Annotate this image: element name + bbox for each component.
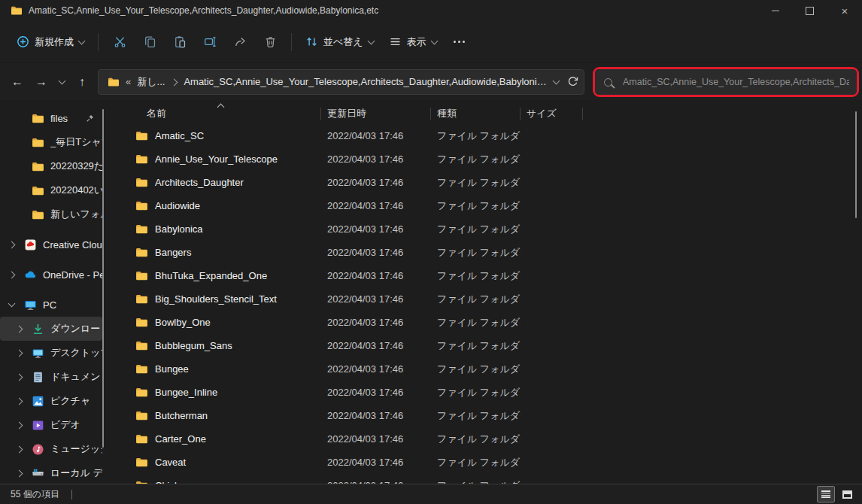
- file-date: 2022/04/03 17:46: [321, 270, 431, 281]
- sidebar-item-label: ミュージック: [50, 442, 102, 456]
- sidebar-item-expander[interactable]: [17, 471, 32, 476]
- table-row[interactable]: Butcherman 2022/04/03 17:46 ファイル フォルダー: [120, 404, 862, 427]
- view-button[interactable]: 表示: [381, 29, 445, 56]
- table-row[interactable]: Bubblegum_Sans 2022/04/03 17:46 ファイル フォル…: [120, 334, 862, 357]
- sidebar-item-expander[interactable]: [17, 116, 32, 121]
- table-row[interactable]: Bungee_Inline 2022/04/03 17:46 ファイル フォルダ…: [120, 381, 862, 404]
- sidebar-item[interactable]: ローカル ディスク (: [0, 461, 102, 484]
- sidebar-item[interactable]: 20220329たいやき: [0, 154, 102, 178]
- search-input[interactable]: [621, 76, 851, 88]
- chevron-icon: [16, 373, 23, 381]
- details-view-icon: [821, 490, 830, 498]
- table-row[interactable]: Bangers 2022/04/03 17:46 ファイル フォルダー: [120, 241, 862, 264]
- sidebar-item-expander[interactable]: [17, 375, 32, 380]
- minimize-button[interactable]: [758, 0, 793, 21]
- file-date: 2022/04/03 17:46: [321, 363, 431, 375]
- file-name: Bungee_Inline: [155, 387, 217, 398]
- sidebar-item-expander[interactable]: [17, 212, 32, 217]
- sidebar-item-expander[interactable]: [17, 447, 32, 452]
- breadcrumb-overflow-icon[interactable]: «: [126, 76, 131, 87]
- details-view-button[interactable]: [817, 486, 835, 502]
- file-name: Babylonica: [155, 223, 203, 235]
- sidebar-item[interactable]: _毎日Tシャツ: [0, 130, 102, 154]
- sidebar-item[interactable]: 新しいフォルダー (: [0, 202, 102, 226]
- recent-locations-button[interactable]: [54, 71, 69, 93]
- sidebar-item-expander[interactable]: [17, 351, 32, 356]
- sidebar-scrollbar[interactable]: [102, 109, 104, 448]
- column-header-date[interactable]: 更新日時: [321, 103, 431, 124]
- file-name-cell: Caveat: [120, 456, 321, 469]
- chevron-icon: [8, 241, 16, 248]
- file-date: 2022/04/03 17:46: [321, 387, 431, 398]
- sidebar-item-expander[interactable]: [17, 188, 32, 193]
- chevron-icon: [16, 445, 23, 453]
- chevron-icon: [16, 325, 23, 332]
- delete-button[interactable]: [255, 29, 285, 56]
- sidebar-item[interactable]: ミュージック: [0, 437, 102, 461]
- table-row[interactable]: Chicle 2022/04/03 17:46 ファイル フォルダー: [120, 474, 862, 484]
- sidebar-item[interactable]: ダウンロード: [0, 317, 102, 341]
- table-row[interactable]: Bowlby_One 2022/04/03 17:46 ファイル フォルダー: [120, 311, 862, 334]
- table-row[interactable]: Babylonica 2022/04/03 17:46 ファイル フォルダー: [120, 217, 862, 241]
- sidebar-item-expander[interactable]: [17, 140, 32, 145]
- breadcrumb-path[interactable]: Amatic_SC,Annie_Use_Your_Telescope,Archi…: [184, 76, 548, 87]
- cut-button[interactable]: [105, 29, 135, 56]
- column-header-type[interactable]: 種類: [431, 103, 521, 124]
- folder-icon: [135, 223, 148, 235]
- more-options-button[interactable]: [445, 29, 475, 56]
- up-button[interactable]: ↑: [71, 71, 93, 93]
- column-header-size[interactable]: サイズ: [521, 103, 583, 124]
- sidebar-item[interactable]: files: [0, 106, 102, 130]
- address-bar[interactable]: « 新し... Amatic_SC,Annie_Use_Your_Telesco…: [98, 69, 584, 95]
- share-button[interactable]: [225, 29, 255, 56]
- table-row[interactable]: Big_Shoulders_Stencil_Text 2022/04/03 17…: [120, 287, 862, 311]
- back-button[interactable]: ←: [6, 71, 29, 93]
- sidebar-item-expander[interactable]: [17, 164, 32, 169]
- sidebar-item[interactable]: Creative Cloud Fi: [0, 232, 102, 257]
- file-name-cell: Amatic_SC: [120, 129, 321, 142]
- refresh-icon[interactable]: [566, 75, 579, 88]
- search-box[interactable]: [595, 69, 857, 95]
- sidebar-item-expander[interactable]: [17, 423, 32, 428]
- sidebar-item[interactable]: デスクトップ: [0, 341, 102, 365]
- list-scrollbar[interactable]: [855, 111, 857, 218]
- table-row[interactable]: Caveat 2022/04/03 17:46 ファイル フォルダー: [120, 451, 862, 474]
- sidebar-item-expander[interactable]: [9, 242, 24, 247]
- sidebar-item[interactable]: ドキュメント: [0, 365, 102, 389]
- table-row[interactable]: Carter_One 2022/04/03 17:46 ファイル フォルダー: [120, 427, 862, 451]
- sort-button[interactable]: 並べ替え: [298, 29, 381, 56]
- breadcrumb-root[interactable]: 新し...: [137, 75, 165, 89]
- forward-button[interactable]: →: [30, 71, 53, 93]
- sidebar-item[interactable]: PC: [0, 293, 102, 317]
- table-row[interactable]: Amatic_SC 2022/04/03 17:46 ファイル フォルダー: [120, 124, 862, 147]
- address-dropdown-chevron-icon[interactable]: [553, 77, 560, 84]
- sidebar-item-icon: [32, 184, 44, 197]
- sidebar-item[interactable]: ビデオ: [0, 413, 102, 437]
- folder-icon: [135, 199, 148, 212]
- thumbnails-view-button[interactable]: [838, 486, 856, 502]
- sidebar-item-expander[interactable]: [9, 272, 24, 278]
- table-row[interactable]: BhuTuka_Expanded_One 2022/04/03 17:46 ファ…: [120, 264, 862, 287]
- close-button[interactable]: ×: [827, 0, 862, 21]
- rename-button[interactable]: [195, 29, 225, 56]
- table-row[interactable]: Architects_Daughter 2022/04/03 17:46 ファイ…: [120, 171, 862, 194]
- new-button[interactable]: 新規作成: [9, 29, 92, 56]
- table-row[interactable]: Bungee 2022/04/03 17:46 ファイル フォルダー: [120, 357, 862, 381]
- paste-button[interactable]: [165, 29, 195, 56]
- chevron-right-icon: [171, 76, 177, 87]
- file-name-cell: Bungee_Inline: [120, 386, 321, 399]
- file-name-cell: Butcherman: [120, 409, 321, 422]
- sidebar-item[interactable]: OneDrive - Perso: [0, 263, 102, 287]
- sidebar-item-expander[interactable]: [9, 303, 24, 306]
- sidebar-item[interactable]: 20220402いろいろ: [0, 178, 102, 202]
- maximize-button[interactable]: [793, 0, 827, 21]
- copy-button[interactable]: [135, 29, 165, 56]
- file-name: Carter_One: [155, 433, 206, 445]
- sidebar-item-expander[interactable]: [17, 399, 32, 404]
- column-header-name[interactable]: 名前: [120, 103, 321, 124]
- sidebar-item-expander[interactable]: [17, 326, 32, 332]
- sidebar-item[interactable]: ピクチャ: [0, 389, 102, 413]
- table-row[interactable]: Audiowide 2022/04/03 17:46 ファイル フォルダー: [120, 194, 862, 217]
- file-name-cell: Carter_One: [120, 433, 321, 445]
- table-row[interactable]: Annie_Use_Your_Telescope 2022/04/03 17:4…: [120, 147, 862, 171]
